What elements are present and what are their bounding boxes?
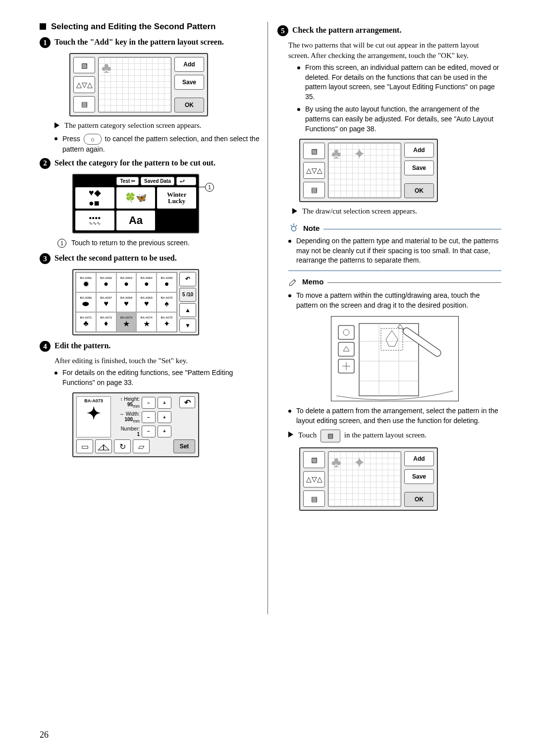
add-button[interactable]: Add [404, 143, 434, 158]
category-nature[interactable]: 🍀🦋 [116, 187, 156, 209]
save-button[interactable]: Save [404, 161, 434, 175]
pattern-cell[interactable]: BA-A069♥ [136, 292, 157, 312]
scroll-up-button[interactable]: ▲ [179, 303, 196, 317]
pattern-cell[interactable]: BA-A064● [136, 272, 157, 292]
aspect-tool-icon[interactable]: ▭ [76, 439, 93, 453]
save-button[interactable]: Save [174, 75, 204, 90]
back-icon-button[interactable]: ⮐ [176, 177, 196, 185]
note-box: Note Depending on the pattern type and m… [288, 222, 501, 271]
page-indicator: 5 /10 [179, 288, 196, 302]
step5-intro: The two patterns that will be cut out ap… [288, 40, 501, 61]
pattern-cell[interactable]: BA-A070♠ [157, 292, 177, 312]
saved-data-button[interactable]: Saved Data [141, 177, 174, 185]
step5-b1: From this screen, an individual pattern … [305, 63, 501, 102]
layout-grid[interactable]: ♣ ✦ [328, 451, 401, 507]
left-column: Selecting and Editing the Second Pattern… [40, 22, 264, 515]
callout-num-icon: 1 [57, 239, 66, 248]
height-label: ↕ Height:95mm [114, 396, 140, 409]
number-minus-button[interactable]: − [142, 426, 156, 437]
pattern-cell[interactable]: BA-A074★ [136, 312, 157, 332]
step-number-icon: 1 [40, 37, 51, 48]
flip-tool-icon[interactable]: ◿◺ [95, 439, 112, 453]
step-1-title: Touch the "Add" key in the pattern layou… [54, 37, 224, 48]
storage-tool-icon[interactable]: ▤ [73, 96, 95, 112]
layout-screen-mockup-1: ▧ △▽△ ▤ ♣ Add Save OK [69, 53, 208, 116]
storage-tool-icon[interactable]: ▤ [303, 490, 325, 507]
svg-rect-4 [338, 325, 354, 339]
add-button[interactable]: Add [404, 451, 434, 466]
pattern-preview: BA-A073 ✦ [76, 396, 111, 437]
category-fonts[interactable]: Aa [116, 211, 156, 230]
note-text: Depending on the pattern type and materi… [296, 236, 501, 266]
step4-after-text: After editing is finished, touch the "Se… [54, 356, 264, 366]
pattern-cell[interactable]: BA-A071♣ [76, 312, 96, 332]
step-number-icon: 3 [40, 253, 51, 264]
step-3: 3 Select the second pattern to be used. [40, 253, 264, 264]
height-plus-button[interactable]: + [158, 397, 171, 409]
width-plus-button[interactable]: + [158, 411, 171, 423]
ok-button[interactable]: OK [174, 98, 204, 112]
svg-rect-6 [338, 342, 354, 356]
bullet-icon [288, 294, 291, 297]
ok-button[interactable]: OK [404, 183, 434, 198]
pattern-cell[interactable]: BA-A075✦ [157, 312, 177, 332]
category-borders[interactable]: ●●●●∿∿∿ [75, 211, 114, 230]
step5-next-text: The draw/cut selection screen appears. [302, 206, 417, 216]
width-minus-button[interactable]: − [142, 411, 156, 423]
mirror-tool-icon[interactable]: △▽△ [303, 471, 325, 487]
triangle-icon [292, 208, 297, 214]
category-shapes[interactable]: ♥◆●■ [75, 187, 114, 209]
step4-bullets: For details on the editing functions, se… [54, 368, 264, 387]
callout-1-text: 1 Touch to return to the previous screen… [57, 238, 264, 248]
layout-screen-mockup-3: ▧ △▽△ ▤ ♣ ✦ Add Save OK [299, 447, 438, 511]
number-label: Number:1 [114, 426, 140, 437]
svg-line-2 [291, 225, 292, 227]
drag-illustration [331, 316, 459, 401]
step-3-title: Select the second pattern to be used. [54, 253, 177, 264]
bullet-icon [288, 240, 291, 243]
edit-tool-icon[interactable]: ▧ [303, 451, 325, 468]
set-button[interactable]: Set [173, 439, 195, 453]
step5-next: The draw/cut selection screen appears. [292, 206, 501, 216]
ok-button[interactable]: OK [404, 492, 434, 507]
clover-shape-icon: ♣ [102, 59, 111, 76]
pattern-cell[interactable]: BA-A072♦ [96, 312, 116, 332]
test-button[interactable]: Test ✂ [116, 177, 139, 185]
section-heading: Selecting and Editing the Second Pattern [40, 22, 264, 32]
pattern-cell[interactable]: BA-A067♥ [96, 292, 116, 312]
sun-icon [288, 222, 299, 233]
undo-button[interactable]: ↶ [179, 396, 195, 408]
save-button[interactable]: Save [404, 469, 434, 484]
bullet-icon [297, 108, 300, 111]
pattern-cell-selected[interactable]: BA-A073★ [116, 312, 137, 332]
pattern-cell[interactable]: BA-A068♥ [116, 292, 137, 312]
mirror-tool-icon[interactable]: △▽△ [303, 162, 325, 178]
pattern-cell[interactable]: BA-A062● [96, 272, 116, 292]
storage-tool-icon[interactable]: ▤ [303, 182, 325, 198]
mirror-tool-icon[interactable]: △▽△ [73, 76, 95, 93]
edit-tool-icon[interactable]: ▧ [73, 57, 95, 73]
svg-point-0 [291, 226, 296, 231]
number-plus-button[interactable]: + [158, 426, 171, 437]
right-column: 5 Check the pattern arrangement. The two… [277, 22, 501, 515]
add-button[interactable]: Add [174, 57, 204, 72]
rotate-tool-icon[interactable]: ↻ [114, 439, 131, 453]
back-button[interactable]: ↶ [179, 272, 196, 286]
scroll-down-button[interactable]: ▼ [179, 319, 196, 332]
category-seasonal[interactable]: Winter Lucky [157, 187, 196, 209]
pattern-cell[interactable]: BA-A065● [157, 272, 177, 292]
layout-grid[interactable]: ♣ ✦ [328, 143, 401, 198]
edit-tool-icon[interactable]: ▧ [303, 143, 325, 159]
pattern-cell[interactable]: BA-A063● [116, 272, 137, 292]
height-minus-button[interactable]: − [142, 397, 156, 409]
home-key-icon[interactable]: ⌂ [84, 134, 102, 145]
svg-line-3 [296, 225, 297, 227]
edit-tool-inline-icon[interactable]: ▧ [321, 430, 340, 442]
width-label: ↔ Width:100mm [114, 411, 140, 424]
layout-grid[interactable]: ♣ [98, 57, 171, 112]
pattern-cell[interactable]: BA-A061✹ [76, 272, 96, 292]
step-4-title: Edit the pattern. [54, 340, 110, 351]
triangle-icon [288, 432, 293, 437]
seam-tool-icon[interactable]: ▱ [133, 439, 150, 453]
pattern-cell[interactable]: BA-A066⬬ [76, 292, 96, 312]
